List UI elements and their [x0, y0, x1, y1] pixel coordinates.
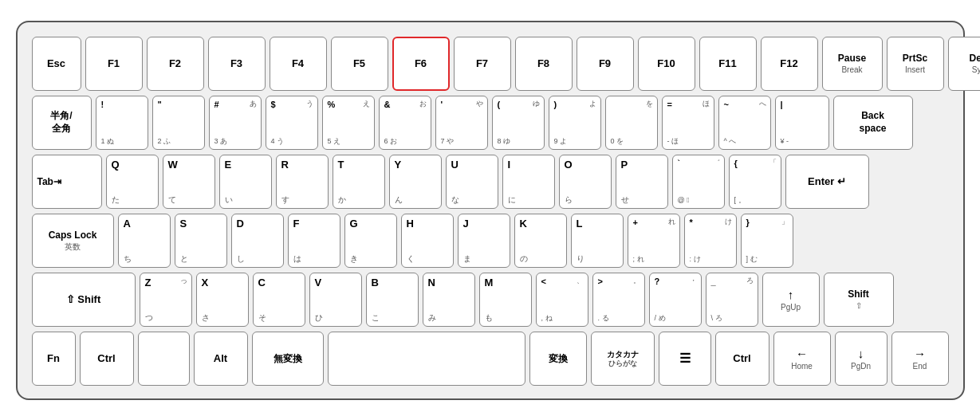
key-f11-label: F11: [705, 41, 751, 88]
key-f1[interactable]: F1: [85, 37, 143, 91]
key-colon[interactable]: * け : け: [684, 214, 737, 268]
key-bracket-close[interactable]: } 」 ] む: [741, 214, 793, 268]
key-9[interactable]: ) よ 9 よ: [549, 96, 601, 150]
key-f[interactable]: F は: [288, 214, 340, 268]
key-yen[interactable]: | ¥ -: [775, 96, 829, 150]
key-6-jp: 6 お: [384, 137, 398, 146]
key-hankaku[interactable]: 半角/全角: [32, 96, 92, 150]
key-pgdn[interactable]: ↓PgDn: [835, 332, 888, 386]
key-f6[interactable]: F6: [392, 37, 450, 91]
key-period[interactable]: > 。 . る: [592, 273, 645, 327]
key-delete[interactable]: DeleteSysRq: [948, 37, 981, 91]
key-space-label: [333, 336, 520, 383]
key-0[interactable]: を 0 を: [605, 96, 658, 150]
key-k-letter: K: [520, 218, 527, 230]
key-home[interactable]: ←Home: [773, 332, 831, 386]
key-r[interactable]: R す: [276, 155, 329, 209]
key-1[interactable]: ! 1 ぬ: [96, 96, 148, 150]
key-y[interactable]: Y ん: [389, 155, 442, 209]
key-h[interactable]: H く: [401, 214, 454, 268]
key-p[interactable]: P せ: [616, 155, 668, 209]
key-v[interactable]: V ひ: [309, 273, 362, 327]
key-0-jp: 0 を: [611, 137, 624, 146]
key-w[interactable]: W て: [163, 155, 215, 209]
key-at[interactable]: ` ゛ @ ﾞ: [672, 155, 725, 209]
key-backspace-label: Backspace: [839, 100, 907, 147]
key-f8[interactable]: F8: [515, 37, 573, 91]
key-x[interactable]: X さ: [196, 273, 249, 327]
key-comma-symbol: <: [541, 277, 546, 287]
key-shift-right[interactable]: Shift⇧: [824, 273, 894, 327]
key-m[interactable]: M も: [479, 273, 532, 327]
key-c[interactable]: C そ: [253, 273, 305, 327]
key-b[interactable]: B こ: [366, 273, 419, 327]
key-caret[interactable]: ~ へ ^ へ: [718, 96, 771, 150]
key-5[interactable]: % え 5 え: [322, 96, 375, 150]
key-6[interactable]: & お 6 お: [379, 96, 431, 150]
key-ctrl-left[interactable]: Ctrl: [80, 332, 134, 386]
key-f12[interactable]: F12: [761, 37, 818, 91]
key-end[interactable]: →End: [891, 332, 949, 386]
key-semicolon[interactable]: + れ ; れ: [628, 214, 680, 268]
key-shift-left[interactable]: ⇧ Shift: [32, 273, 136, 327]
key-5-jp: 5 え: [328, 137, 341, 146]
key-o[interactable]: O ら: [559, 155, 612, 209]
key-t[interactable]: T か: [333, 155, 385, 209]
key-i[interactable]: I に: [502, 155, 555, 209]
key-g[interactable]: G き: [344, 214, 397, 268]
key-muhenkan[interactable]: 無変換: [252, 332, 324, 386]
key-f3[interactable]: F3: [208, 37, 266, 91]
key-u[interactable]: U な: [446, 155, 498, 209]
key-k[interactable]: K の: [514, 214, 567, 268]
key-f5[interactable]: F5: [331, 37, 388, 91]
key-minus[interactable]: = ほ - ほ: [662, 96, 714, 150]
key-d[interactable]: D し: [231, 214, 284, 268]
key-fn[interactable]: Fn: [32, 332, 76, 386]
key-u-letter: U: [451, 159, 459, 171]
key-prtsc[interactable]: PrtScInsert: [887, 37, 944, 91]
key-z[interactable]: Z っ つ: [140, 273, 192, 327]
key-f11[interactable]: F11: [699, 37, 757, 91]
key-3[interactable]: # あ 3 あ: [209, 96, 262, 150]
key-bracket-open[interactable]: { 「 [ 。: [729, 155, 781, 209]
key-alt[interactable]: Alt: [194, 332, 248, 386]
key-tab[interactable]: Tab⇥: [32, 155, 102, 209]
key-n[interactable]: N み: [423, 273, 475, 327]
key-pgup[interactable]: ↑PgUp: [762, 273, 820, 327]
key-l[interactable]: L り: [571, 214, 624, 268]
key-menu[interactable]: ☰: [659, 332, 711, 386]
key-e[interactable]: E い: [219, 155, 272, 209]
key-f2[interactable]: F2: [147, 37, 204, 91]
key-henkan[interactable]: 変換: [529, 332, 587, 386]
key-backspace[interactable]: Backspace: [833, 96, 913, 150]
key-esc[interactable]: Esc: [32, 37, 81, 91]
key-f4[interactable]: F4: [270, 37, 327, 91]
key-comma[interactable]: < 、 , ね: [536, 273, 588, 327]
key-caps-lock[interactable]: Caps Lock英数: [32, 214, 114, 268]
key-8[interactable]: ( ゆ 8 ゆ: [492, 96, 545, 150]
key-2-symbol: ": [158, 100, 162, 110]
key-2[interactable]: " 2 ふ: [152, 96, 205, 150]
key-7[interactable]: ' や 7 や: [435, 96, 488, 150]
key-a[interactable]: A ち: [118, 214, 171, 268]
key-enter[interactable]: Enter ↵: [785, 155, 869, 209]
key-s[interactable]: S と: [175, 214, 227, 268]
key-shift-right-label: Shift⇧: [829, 277, 888, 324]
key-f9[interactable]: F9: [577, 37, 634, 91]
key-f10[interactable]: F10: [638, 37, 695, 91]
key-q[interactable]: Q た: [106, 155, 159, 209]
key-colon-jp: け: [725, 218, 732, 226]
key-backslash[interactable]: _ ろ \ ろ: [706, 273, 758, 327]
key-katakana[interactable]: カタカナひらがな: [591, 332, 655, 386]
key-ctrl-right[interactable]: Ctrl: [715, 332, 769, 386]
key-f7[interactable]: F7: [454, 37, 511, 91]
key-blank[interactable]: [138, 332, 190, 386]
key-h-letter: H: [407, 218, 414, 230]
key-slash[interactable]: ? ・ / め: [649, 273, 702, 327]
key-h-jp: く: [407, 254, 415, 263]
key-j[interactable]: J ま: [458, 214, 510, 268]
key-4[interactable]: $ う 4 う: [266, 96, 318, 150]
key-space[interactable]: [328, 332, 525, 386]
key-5-symbol: %: [328, 100, 336, 110]
key-pause[interactable]: PauseBreak: [822, 37, 883, 91]
